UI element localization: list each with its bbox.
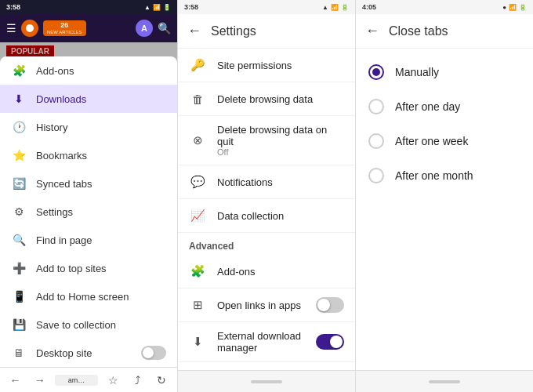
- panel-close-tabs: 4:05 ● 📶 🔋 ← Close tabs ManuallyAfter on…: [356, 0, 533, 392]
- status-icons-p1: ▲ 📶 🔋: [144, 4, 171, 11]
- settings-list: 🔑Site permissions🗑Delete browsing data⊗D…: [178, 49, 355, 370]
- nav-refresh-icon[interactable]: ↻: [153, 374, 171, 387]
- menu-label-save-collection: Save to collection: [36, 319, 166, 331]
- toggle-external-download[interactable]: [316, 334, 344, 350]
- menu-item-downloads[interactable]: ⬇Downloads: [0, 85, 177, 113]
- menu-icon-addons: 🧩: [11, 63, 27, 78]
- settings-item-open-links[interactable]: ⊞Open links in apps: [178, 289, 355, 322]
- radio-item-after-one-day[interactable]: After one day: [356, 89, 533, 124]
- radio-item-manually[interactable]: Manually: [356, 55, 533, 89]
- browser-content: POPULAR 270 23 Google ruined t… settings…: [0, 42, 177, 367]
- radio-circle-manually: [368, 64, 384, 80]
- menu-label-find-in-page: Find in page: [36, 234, 166, 246]
- settings-item-delete-on-quit[interactable]: ⊗Delete browsing data on quitOff: [178, 116, 355, 165]
- menu-icon[interactable]: ☰: [6, 22, 16, 34]
- close-tabs-header: ← Close tabs: [356, 14, 533, 49]
- nav-back-icon[interactable]: ←: [6, 374, 24, 387]
- menu-label-synced-tabs: Synced tabs: [36, 178, 166, 190]
- settings-label-delete-on-quit: Delete browsing data on quit: [217, 124, 344, 147]
- search-icon[interactable]: 🔍: [158, 22, 171, 34]
- status-time-p2: 3:58: [184, 3, 198, 11]
- menu-icon-downloads: ⬇: [11, 91, 27, 107]
- menu-item-desktop-site[interactable]: 🖥Desktop site: [0, 339, 177, 367]
- nav-forward-icon[interactable]: →: [31, 374, 49, 387]
- radio-item-after-one-month[interactable]: After one month: [356, 158, 533, 193]
- settings-label-addons-advanced: Add-ons: [217, 266, 344, 278]
- status-icons-p3: ● 📶 🔋: [502, 4, 527, 11]
- menu-icon-history: 🕐: [11, 119, 27, 135]
- toggle-open-links[interactable]: [316, 297, 344, 313]
- menu-item-add-top-sites[interactable]: ➕Add to top sites: [0, 254, 177, 282]
- avatar-letter: A: [141, 24, 147, 33]
- settings-item-site-permissions[interactable]: 🔑Site permissions: [178, 49, 355, 82]
- menu-item-find-in-page[interactable]: 🔍Find in page: [0, 226, 177, 254]
- radio-circle-after-one-day: [368, 99, 384, 114]
- settings-text-data-collection: Data collection: [217, 210, 344, 222]
- radio-label-manually: Manually: [395, 66, 439, 78]
- battery-icon: 🔋: [163, 4, 171, 11]
- settings-text-open-links: Open links in apps: [217, 299, 305, 311]
- settings-icon-delete-on-quit: ⊗: [189, 132, 206, 149]
- menu-item-addons[interactable]: 🧩Add-ons: [0, 56, 177, 85]
- nav-bookmark-icon[interactable]: ☆: [104, 374, 122, 387]
- new-articles-label: NEW ARTICLES: [47, 30, 82, 35]
- settings-item-notifications[interactable]: 💬Notifications: [178, 165, 355, 199]
- settings-item-addons-advanced[interactable]: 🧩Add-ons: [178, 255, 355, 289]
- settings-label-open-links: Open links in apps: [217, 299, 305, 311]
- settings-text-delete-on-quit: Delete browsing data on quitOff: [217, 124, 344, 157]
- settings-item-external-download[interactable]: ⬇External download manager: [178, 322, 355, 362]
- menu-label-downloads: Downloads: [36, 93, 166, 105]
- radio-circle-after-one-month: [368, 168, 384, 183]
- status-bar-p1: 3:58 ▲ 📶 🔋: [0, 0, 177, 14]
- close-tabs-back-button[interactable]: ←: [365, 23, 379, 39]
- settings-icon-notifications: 💬: [189, 173, 206, 191]
- settings-label-notifications: Notifications: [217, 176, 344, 188]
- menu-item-settings[interactable]: ⚙Settings: [0, 198, 177, 226]
- settings-label-external-download: External download manager: [217, 330, 305, 354]
- nav-share-icon[interactable]: ⤴: [129, 374, 147, 387]
- browser-logo: [21, 20, 38, 37]
- menu-item-history[interactable]: 🕐History: [0, 113, 177, 141]
- avatar[interactable]: A: [136, 20, 153, 37]
- menu-item-save-collection[interactable]: 💾Save to collection: [0, 310, 177, 339]
- menu-icon-settings: ⚙: [11, 204, 27, 220]
- toggle-desktop-site[interactable]: [141, 346, 166, 360]
- settings-header: ← Settings: [178, 14, 355, 49]
- overlay-menu: 🧩Add-ons⬇Downloads🕐History⭐Bookmarks🔄Syn…: [0, 42, 177, 367]
- settings-text-delete-browsing-data: Delete browsing data: [217, 93, 344, 105]
- menu-icon-desktop-site: 🖥: [11, 345, 27, 361]
- settings-text-external-download: External download manager: [217, 330, 305, 354]
- menu-label-add-top-sites: Add to top sites: [36, 263, 166, 274]
- settings-icon-addons-advanced: 🧩: [189, 263, 206, 280]
- radio-item-after-one-week[interactable]: After one week: [356, 124, 533, 158]
- menu-label-history: History: [36, 122, 166, 133]
- wifi-icon-p2: 📶: [331, 4, 339, 11]
- settings-icon-site-permissions: 🔑: [189, 56, 206, 74]
- status-icons-p2: ▲ 📶 🔋: [322, 4, 349, 11]
- settings-text-notifications: Notifications: [217, 176, 344, 188]
- settings-item-data-collection[interactable]: 📈Data collection: [178, 199, 355, 233]
- settings-item-delete-browsing-data[interactable]: 🗑Delete browsing data: [178, 82, 355, 116]
- menu-item-add-home-screen[interactable]: 📱Add to Home screen: [0, 282, 177, 310]
- url-bar[interactable]: am…: [55, 375, 97, 386]
- browser-header: ☰ 26 NEW ARTICLES A 🔍: [0, 14, 177, 42]
- panel-settings: 3:58 ▲ 📶 🔋 ← Settings 🔑Site permissions🗑…: [178, 0, 356, 392]
- menu-icon-bookmarks: ⭐: [11, 147, 27, 163]
- menu-item-synced-tabs[interactable]: 🔄Synced tabs: [0, 169, 177, 198]
- tab-count-badge[interactable]: 26 NEW ARTICLES: [43, 20, 86, 36]
- close-tabs-bottom-nav: [356, 370, 533, 392]
- status-time-p3: 4:05: [362, 3, 376, 11]
- signal-icon: ▲: [144, 4, 150, 11]
- settings-icon-delete-browsing-data: 🗑: [189, 90, 206, 107]
- status-bar-p2: 3:58 ▲ 📶 🔋: [178, 0, 355, 14]
- radio-label-after-one-day: After one day: [395, 100, 460, 113]
- menu-icon-add-home-screen: 📱: [11, 289, 27, 304]
- menu-label-add-home-screen: Add to Home screen: [36, 291, 166, 303]
- settings-item-remote-debugging[interactable]: ⚡Remote debugging via USB: [178, 362, 355, 370]
- menu-item-bookmarks[interactable]: ⭐Bookmarks: [0, 141, 177, 169]
- menu-icon-find-in-page: 🔍: [11, 232, 27, 248]
- settings-back-button[interactable]: ←: [187, 23, 201, 39]
- signal-icon-p2: ▲: [322, 4, 328, 11]
- settings-title: Settings: [211, 24, 256, 38]
- settings-label-site-permissions: Site permissions: [217, 60, 344, 71]
